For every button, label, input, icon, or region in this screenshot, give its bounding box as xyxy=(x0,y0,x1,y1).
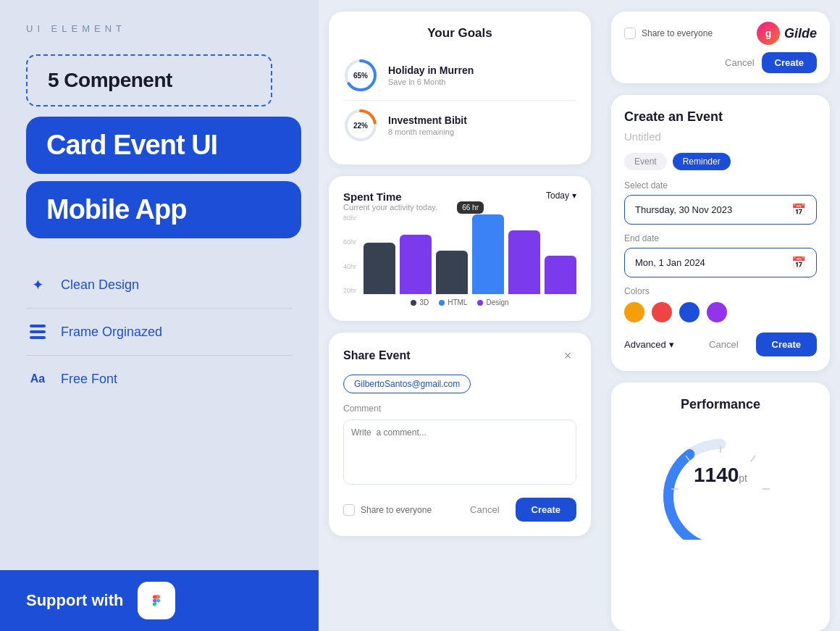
event-type-row: Event Reminder xyxy=(624,153,817,170)
calendar-icon-2: 📅 xyxy=(791,256,806,269)
performance-title: Performance xyxy=(624,397,817,412)
goal-sub-1: Save in 6 Month xyxy=(388,78,474,86)
chevron-down-icon: ▾ xyxy=(669,339,674,350)
goal-name-2: Investment Bibit xyxy=(388,114,467,126)
gilde-icon: g xyxy=(757,22,780,45)
advanced-label: Advanced xyxy=(624,339,666,350)
headline2-pill: Card Event UI xyxy=(26,117,301,174)
share-cancel-button[interactable]: Cancel xyxy=(460,498,509,522)
event-name-input[interactable]: Untitled xyxy=(624,130,817,143)
support-bar: Support with xyxy=(0,570,319,631)
feature-label-3: Free Font xyxy=(61,372,117,387)
gilde-cancel-button[interactable]: Cancel xyxy=(725,57,754,68)
gilde-share-checkbox[interactable] xyxy=(624,28,636,39)
share-everyone-checkbox[interactable] xyxy=(343,504,355,516)
svg-line-7 xyxy=(751,456,755,461)
share-close-button[interactable]: × xyxy=(559,347,576,364)
feature-item-2: Frame Orginazed xyxy=(26,309,293,356)
goal-item-2: 22% Investment Bibit 8 month remaining xyxy=(343,101,576,150)
legend-3d: 3D xyxy=(419,298,429,306)
layers-icon xyxy=(26,320,49,343)
share-event-title: Share Event xyxy=(343,349,410,362)
advanced-button[interactable]: Advanced ▾ xyxy=(624,339,674,350)
figma-icon[interactable] xyxy=(138,582,175,619)
color-yellow[interactable] xyxy=(624,302,644,322)
goals-title: Your Goals xyxy=(343,26,576,41)
share-event-card: Share Event × GilbertoSantos@gmail.com C… xyxy=(329,333,591,536)
create-event-card: Create an Event Untitled Event Reminder … xyxy=(611,95,830,371)
type-event-badge[interactable]: Event xyxy=(624,153,667,170)
type-reminder-badge[interactable]: Reminder xyxy=(673,153,731,170)
right-panel: Share to everyone g Gilde Cancel Create … xyxy=(601,0,840,631)
calendar-icon: 📅 xyxy=(791,203,806,217)
color-blue[interactable] xyxy=(679,302,700,322)
feature-list: ✦ Clean Design Frame Orginazed Aa Free F… xyxy=(26,262,293,402)
sparkle-icon: ✦ xyxy=(26,273,49,296)
headline1-box: 5 Compenent xyxy=(26,54,272,106)
headline3: Mobile App xyxy=(46,194,186,225)
comment-label: Comment xyxy=(343,404,576,414)
goals-card: Your Goals 65% Holiday in Murren Save in… xyxy=(329,12,591,164)
gilde-card: Share to everyone g Gilde Cancel Create xyxy=(611,12,830,83)
chart-bars: 66 hr xyxy=(364,214,576,294)
gauge-unit: pt xyxy=(739,472,747,484)
brand-label: UI ELEMENT xyxy=(26,23,293,34)
colors-label: Colors xyxy=(624,286,817,296)
create-event-cancel-button[interactable]: Cancel xyxy=(699,333,748,356)
font-icon: Aa xyxy=(26,367,49,390)
share-create-button[interactable]: Create xyxy=(516,498,576,522)
headline3-pill: Mobile App xyxy=(26,181,301,238)
goal-progress-2: 22% xyxy=(343,108,378,143)
svg-point-5 xyxy=(668,444,773,540)
bar-6 xyxy=(545,256,576,294)
chart-y-labels: 80hr 60hr 40hr 20hr xyxy=(343,214,356,294)
bar-2 xyxy=(400,235,432,295)
performance-card: Performance 1140pt xyxy=(611,383,830,631)
gilde-name: Gilde xyxy=(784,26,817,41)
legend-design: Design xyxy=(486,298,508,306)
share-email-chip[interactable]: GilbertoSantos@gmail.com xyxy=(343,375,471,393)
start-date-input[interactable]: Thursday, 30 Nov 2023 📅 xyxy=(624,195,817,225)
gilde-share-label: Share to everyone xyxy=(642,28,713,38)
gauge-value: 1140pt xyxy=(694,464,747,487)
headline1: 5 Compenent xyxy=(48,69,172,91)
select-date-label: Select date xyxy=(624,180,817,191)
feature-item-3: Aa Free Font xyxy=(26,356,293,402)
spent-time-card: Spent Time Current your activity today. … xyxy=(329,176,591,321)
headline2: Card Event UI xyxy=(46,130,217,160)
bar-3 xyxy=(436,251,468,295)
middle-panel: Your Goals 65% Holiday in Murren Save in… xyxy=(319,0,601,631)
goal-name-1: Holiday in Murren xyxy=(388,64,474,76)
create-event-title: Create an Event xyxy=(624,109,817,125)
chart-legend: 3D HTML Design xyxy=(343,298,576,306)
colors-row xyxy=(624,302,817,322)
legend-html: HTML xyxy=(448,298,467,306)
gauge-chart: 1140pt xyxy=(624,424,817,540)
goal-item-1: 65% Holiday in Murren Save in 6 Month xyxy=(343,51,576,101)
left-panel: UI ELEMENT 5 Compenent Card Event UI Mob… xyxy=(0,0,319,631)
create-event-create-button[interactable]: Create xyxy=(756,333,817,356)
gilde-create-button[interactable]: Create xyxy=(762,52,817,73)
bar-5 xyxy=(508,230,540,294)
today-filter-button[interactable]: Today ▾ xyxy=(546,191,576,201)
end-date-label: End date xyxy=(624,233,817,243)
comment-textarea[interactable] xyxy=(343,419,576,485)
spent-sub: Current your activity today. xyxy=(343,203,437,212)
color-red[interactable] xyxy=(652,302,672,322)
goal-sub-2: 8 month remaining xyxy=(388,128,467,136)
spent-title: Spent Time xyxy=(343,191,437,203)
chart-tooltip: 66 hr xyxy=(457,201,484,214)
bar-4: 66 hr xyxy=(472,214,504,294)
goal-progress-1: 65% xyxy=(343,58,378,93)
color-purple[interactable] xyxy=(707,302,727,322)
feature-label-2: Frame Orginazed xyxy=(61,325,162,340)
feature-item-1: ✦ Clean Design xyxy=(26,262,293,309)
support-text: Support with xyxy=(26,591,123,610)
end-date-input[interactable]: Mon, 1 Jan 2024 📅 xyxy=(624,248,817,277)
feature-label-1: Clean Design xyxy=(61,277,139,293)
bar-1 xyxy=(364,243,395,295)
share-everyone-label: Share to everyone xyxy=(361,505,432,515)
